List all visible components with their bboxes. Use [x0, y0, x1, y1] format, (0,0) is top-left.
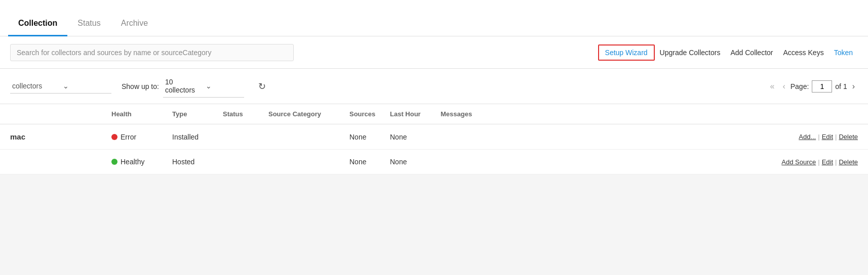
- row2-delete-link[interactable]: Delete: [839, 158, 858, 166]
- col-header-sources: Sources: [349, 110, 390, 118]
- col-header-health: Health: [111, 110, 172, 118]
- table-header: Health Type Status Source Category Sourc…: [0, 104, 868, 124]
- row1-delete-link[interactable]: Delete: [839, 133, 858, 141]
- tab-bar: Collection Status Archive: [0, 0, 868, 36]
- setup-wizard-link[interactable]: Setup Wizard: [598, 44, 655, 61]
- show-up-to-label: Show up to:: [122, 82, 159, 90]
- collector-filter-dropdown[interactable]: collectors ⌄: [10, 79, 111, 94]
- col-header-status: Status: [223, 110, 268, 118]
- collector-filter-value: collectors: [12, 82, 59, 90]
- show-up-to-container: Show up to: 10 collectors ⌄: [122, 75, 244, 98]
- prev-page-button[interactable]: ‹: [779, 80, 788, 93]
- row1-health: Error: [111, 133, 172, 141]
- controls-row: collectors ⌄ Show up to: 10 collectors ⌄…: [0, 69, 868, 104]
- row2-health: Healthy: [111, 158, 172, 166]
- col-header-messages: Messages: [441, 110, 757, 118]
- next-page-button[interactable]: ›: [849, 80, 858, 93]
- upgrade-collectors-link[interactable]: Upgrade Collectors: [655, 47, 726, 59]
- show-up-to-value: 10 collectors: [165, 78, 202, 94]
- row1-last-hour: None: [390, 133, 441, 141]
- row2-type: Hosted: [172, 158, 223, 166]
- row2-sep1: |: [818, 158, 819, 166]
- row2-health-indicator: Healthy: [111, 158, 172, 166]
- row2-sep2: |: [835, 158, 837, 166]
- page-number-input[interactable]: [812, 80, 832, 93]
- tab-collection[interactable]: Collection: [8, 11, 67, 36]
- row1-edit-link[interactable]: Edit: [822, 133, 833, 141]
- row1-sep2: |: [835, 133, 837, 141]
- col-header-last-hour: Last Hour: [390, 110, 441, 118]
- collector-filter-arrow-icon: ⌄: [63, 82, 109, 90]
- row1-name: mac: [10, 132, 111, 141]
- row2-edit-link[interactable]: Edit: [822, 158, 833, 166]
- row2-health-dot-icon: [111, 159, 117, 165]
- show-up-to-arrow-icon: ⌄: [206, 82, 242, 90]
- pagination: « ‹ Page: of 1 ›: [767, 80, 858, 93]
- row2-add-source-link[interactable]: Add Source: [781, 158, 816, 166]
- toolbar-row: Search for collectors and sources by nam…: [0, 36, 868, 69]
- row2-health-label: Healthy: [121, 158, 144, 166]
- page-container: Collection Status Archive Search for col…: [0, 0, 868, 275]
- row2-actions: Add Source | Edit | Delete: [757, 158, 858, 166]
- row2-actions-container: Add Source | Edit | Delete: [757, 158, 858, 166]
- row1-actions: Add... | Edit | Delete: [757, 133, 858, 141]
- row2-last-hour: None: [390, 158, 441, 166]
- col-header-type: Type: [172, 110, 223, 118]
- tab-status[interactable]: Status: [67, 11, 110, 36]
- table-container: Health Type Status Source Category Sourc…: [0, 104, 868, 174]
- add-collector-link[interactable]: Add Collector: [725, 47, 778, 59]
- table-row: Healthy Hosted None None Add Source | Ed…: [0, 150, 868, 174]
- col-header-source-category: Source Category: [268, 110, 349, 118]
- page-of-label: of 1: [835, 82, 847, 90]
- refresh-button[interactable]: ↻: [254, 79, 270, 94]
- page-label: Page:: [791, 82, 809, 90]
- row1-health-dot-icon: [111, 134, 117, 140]
- first-page-button[interactable]: «: [767, 80, 777, 93]
- row1-sep1: |: [818, 133, 819, 141]
- row1-actions-container: Add... | Edit | Delete: [757, 133, 858, 141]
- toolbar-links: Setup Wizard Upgrade Collectors Add Coll…: [598, 44, 858, 61]
- tab-archive[interactable]: Archive: [111, 11, 158, 36]
- row1-health-label: Error: [121, 133, 136, 141]
- row2-sources: None: [349, 158, 390, 166]
- show-up-to-dropdown[interactable]: 10 collectors ⌄: [163, 75, 244, 98]
- table-row: mac Error Installed None None Add... | E…: [0, 124, 868, 150]
- row1-sources: None: [349, 133, 390, 141]
- row1-health-indicator: Error: [111, 133, 172, 141]
- row1-add-link[interactable]: Add...: [799, 133, 816, 141]
- row1-type: Installed: [172, 133, 223, 141]
- token-link[interactable]: Token: [829, 47, 858, 59]
- search-input[interactable]: Search for collectors and sources by nam…: [10, 44, 294, 61]
- page-input-container: Page: of 1: [791, 80, 847, 93]
- access-keys-link[interactable]: Access Keys: [778, 47, 829, 59]
